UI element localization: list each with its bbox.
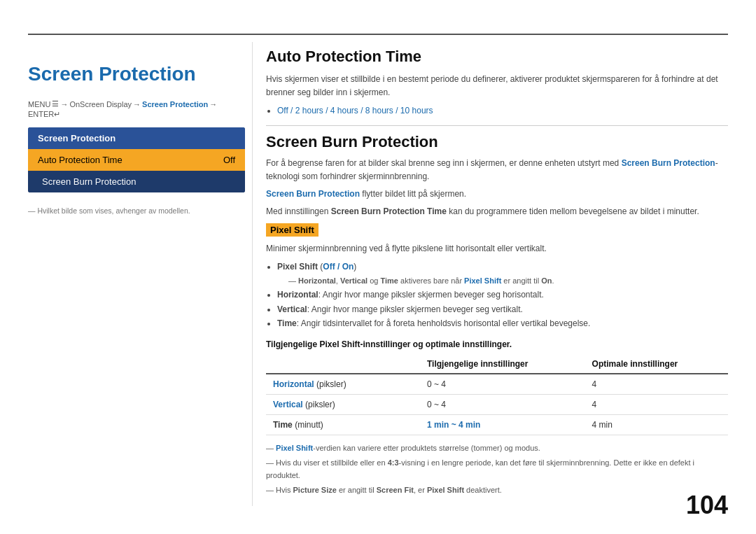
- table-row: Horizontal (piksler) 0 ~ 4 4: [266, 374, 728, 395]
- available-time: 1 min ~ 4 min: [420, 414, 585, 435]
- available-horizontal: 0 ~ 4: [420, 374, 585, 395]
- pixel-shift-bullets: Pixel Shift (Off / On) — Horizontal, Ver…: [277, 260, 728, 331]
- horizontal-label: Horizontal: [277, 290, 318, 300]
- time-cell: Time: [273, 420, 293, 430]
- section1-body: Hvis skjermen viser et stillbilde i en b…: [266, 73, 728, 99]
- bullet-item-1: Pixel Shift (Off / On) — Horizontal, Ver…: [277, 260, 728, 288]
- menu-box: Screen Protection Auto Protection Time O…: [28, 127, 245, 192]
- section1-bullets: Off / 2 hours / 4 hours / 8 hours / 10 h…: [277, 104, 728, 118]
- table-caption: Tilgjengelige Pixel Shift-innstillinger …: [266, 339, 728, 349]
- menu-item-value: Off: [223, 155, 235, 165]
- row-label-horizontal: Horizontal (piksler): [266, 374, 420, 395]
- bullet-item-2: Horizontal: Angir hvor mange piksler skj…: [277, 288, 728, 302]
- arrow-2: →: [133, 100, 141, 108]
- screen-burn-ref: Screen Burn Protection: [266, 189, 360, 199]
- optimal-time: 4 min: [585, 414, 728, 435]
- vertical-unit: (piksler): [305, 400, 335, 409]
- menu-enter: ENTER↵: [28, 110, 60, 119]
- left-panel: Screen Protection MENU ☰ → OnScreen Disp…: [28, 42, 245, 506]
- col-header-available: Tilgjengelige innstillinger: [420, 355, 585, 374]
- bullet-item-3: Vertical: Angir hvor mange piksler skjer…: [277, 302, 728, 316]
- menu-item-2: Screen Protection: [142, 100, 208, 108]
- menu-item-auto-protection[interactable]: Auto Protection Time Off: [28, 149, 245, 171]
- fn2-bold: 4:3: [388, 458, 399, 467]
- section-divider: [266, 125, 728, 126]
- time-unit: (minutt): [295, 420, 323, 430]
- fn3-bold2: Screen Fit: [377, 486, 414, 494]
- optimal-vertical: 4: [585, 394, 728, 414]
- page-title: Screen Protection: [28, 63, 245, 85]
- vertical-divider: [252, 42, 253, 506]
- page-number: 104: [686, 491, 728, 520]
- screen-burn-time-ref: Screen Burn Protection Time: [331, 206, 447, 216]
- optimal-horizontal: 4: [585, 374, 728, 395]
- top-divider: [28, 34, 728, 35]
- pixel-shift-body: Minimer skjerminnbrenning ved å flytte p…: [266, 242, 728, 255]
- sub-bullet-1: — Horizontal, Vertical og Time aktiveres…: [288, 276, 554, 285]
- pixel-shift-fn: Pixel Shift: [276, 444, 313, 452]
- fn3-bold3: Pixel Shift: [427, 486, 464, 494]
- arrow-3: →: [209, 100, 217, 108]
- available-vertical: 0 ~ 4: [420, 394, 585, 414]
- col-header-label: [266, 355, 420, 374]
- menu-item-screen-burn[interactable]: Screen Burn Protection: [28, 171, 245, 192]
- row-label-time: Time (minutt): [266, 414, 420, 435]
- row-label-vertical: Vertical (piksler): [266, 394, 420, 414]
- menu-item-1: OnScreen Display: [69, 100, 132, 108]
- menu-box-header: Screen Protection: [28, 127, 245, 149]
- time-label: Time: [277, 318, 297, 328]
- footnote-2: Hvis du viser et stillbilde eller en 4:3…: [266, 457, 728, 482]
- menu-icon: ☰: [52, 99, 59, 108]
- off-on: Off / On: [323, 262, 354, 272]
- horizontal-cell: Horizontal: [273, 379, 314, 389]
- menu-prefix: MENU: [28, 100, 50, 108]
- screen-burn-link: Screen Burn Protection: [622, 158, 715, 168]
- fn3-bold1: Picture Size: [293, 486, 337, 494]
- table-row: Time (minutt) 1 min ~ 4 min 4 min: [266, 414, 728, 435]
- table-section: Tilgjengelige Pixel Shift-innstillinger …: [266, 339, 728, 435]
- section1-title: Auto Protection Time: [266, 48, 728, 66]
- vertical-cell: Vertical: [273, 400, 303, 409]
- pixel-shift-badge: Pixel Shift: [266, 223, 318, 237]
- section2-body3: Med innstillingen Screen Burn Protection…: [266, 205, 728, 218]
- data-table: Tilgjengelige innstillinger Optimale inn…: [266, 355, 728, 435]
- pixel-shift-label: Pixel Shift: [277, 262, 318, 272]
- arrow-1: →: [60, 100, 68, 108]
- bullet-item-4: Time: Angir tidsintervallet for å foreta…: [277, 316, 728, 330]
- table-row: Vertical (piksler) 0 ~ 4 4: [266, 394, 728, 414]
- vertical-label: Vertical: [277, 304, 307, 314]
- footnote-1: Pixel Shift-verdien kan variere etter pr…: [266, 442, 728, 455]
- bullet-item: Off / 2 hours / 4 hours / 8 hours / 10 h…: [277, 104, 728, 118]
- right-panel: Auto Protection Time Hvis skjermen viser…: [266, 42, 728, 506]
- menu-item-label: Auto Protection Time: [38, 155, 122, 165]
- section2-body2: Screen Burn Protection flytter bildet li…: [266, 188, 728, 201]
- horizontal-unit: (piksler): [316, 379, 346, 389]
- menu-item-label: Screen Burn Protection: [42, 176, 136, 187]
- menu-path: MENU ☰ → OnScreen Display → Screen Prote…: [28, 99, 245, 119]
- bullet-text: Off / 2 hours / 4 hours / 8 hours / 10 h…: [277, 106, 433, 115]
- col-header-optimal: Optimale innstillinger: [585, 355, 728, 374]
- section2-title: Screen Burn Protection: [266, 133, 728, 151]
- table-header-row: Tilgjengelige innstillinger Optimale inn…: [266, 355, 728, 374]
- left-footnote: Hvilket bilde som vises, avhenger av mod…: [28, 206, 245, 215]
- footnote-3: Hvis Picture Size er angitt til Screen F…: [266, 484, 728, 497]
- section2-body1: For å begrense faren for at bilder skal …: [266, 157, 728, 183]
- footnotes-section: Pixel Shift-verdien kan variere etter pr…: [266, 442, 728, 497]
